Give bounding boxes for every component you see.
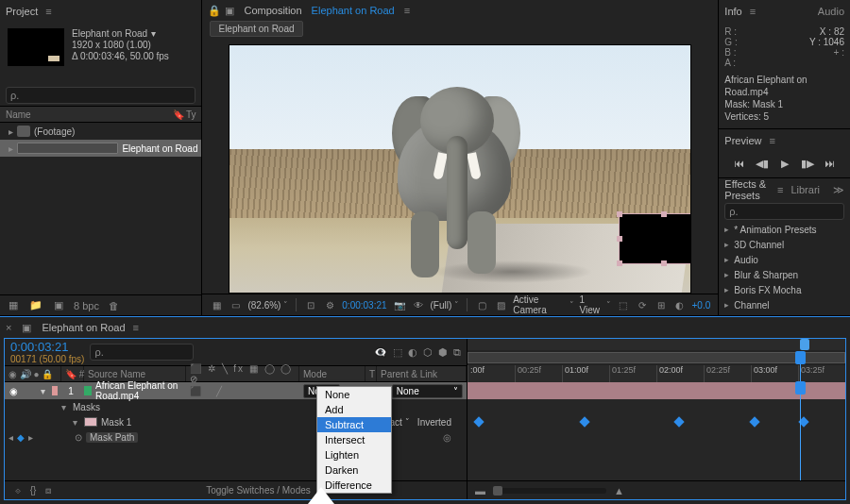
resolution-dropdown[interactable]: (Full) bbox=[431, 300, 460, 311]
trash-icon[interactable]: 🗑 bbox=[107, 298, 122, 313]
views-dropdown[interactable]: 1 View bbox=[580, 294, 611, 315]
expand-icon[interactable]: ⟐ bbox=[10, 483, 26, 498]
effects-search-input[interactable]: ρ. bbox=[724, 203, 844, 220]
libraries-tab[interactable]: Librari bbox=[790, 184, 820, 195]
playhead-line[interactable] bbox=[800, 382, 801, 480]
graph-icon[interactable]: ⬡ bbox=[423, 346, 433, 359]
effects-category[interactable]: ▸3D Channel bbox=[719, 237, 850, 252]
info-tab[interactable]: Info bbox=[724, 6, 741, 17]
twirl-icon[interactable]: ▾ bbox=[73, 417, 84, 428]
layer-duration-bar[interactable] bbox=[468, 382, 845, 399]
kf-next-icon[interactable]: ▸ bbox=[28, 432, 33, 443]
zoom-out-icon[interactable]: ▬ bbox=[475, 485, 485, 496]
lock-icon[interactable]: 🔒 bbox=[208, 5, 221, 17]
mask-path-row[interactable]: ◂◆▸ ⊙ Mask Path ◎ bbox=[5, 429, 467, 445]
frame-blend-icon[interactable]: ⬚ bbox=[393, 346, 402, 359]
mask-mode-menu[interactable]: NoneAddSubtractIntersectLightenDarkenDif… bbox=[316, 386, 392, 494]
twirl-icon[interactable]: ▸ bbox=[4, 126, 17, 137]
panel-menu-icon[interactable]: ≡ bbox=[404, 5, 410, 16]
speaker-col-icon[interactable]: 🔊 bbox=[20, 369, 31, 379]
label-swatch-icon[interactable]: 🔖 bbox=[171, 107, 186, 122]
effects-tab[interactable]: Effects & Presets bbox=[724, 178, 770, 201]
work-area-bar[interactable] bbox=[468, 352, 845, 363]
prev-frame-button[interactable]: ◀▮ bbox=[755, 158, 770, 170]
mask-path-property[interactable]: Mask Path bbox=[86, 432, 138, 443]
eye-toggle[interactable]: ◉ bbox=[5, 382, 22, 399]
twirl-icon[interactable]: ▸ bbox=[4, 143, 17, 154]
label-color[interactable] bbox=[52, 386, 58, 395]
composition-viewer[interactable] bbox=[229, 44, 691, 294]
kf-prev-icon[interactable]: ◂ bbox=[8, 432, 13, 443]
mask-mode-option[interactable]: Intersect bbox=[317, 432, 391, 447]
col-name[interactable]: Name bbox=[6, 109, 31, 120]
effects-category[interactable]: ▸Audio bbox=[719, 252, 850, 267]
last-frame-button[interactable]: ⏭ bbox=[823, 158, 838, 170]
overflow-icon[interactable]: ≫ bbox=[833, 184, 844, 196]
timeline-search-input[interactable]: ρ. bbox=[90, 344, 194, 361]
preview-tab[interactable]: Preview bbox=[724, 135, 761, 146]
time-ruler[interactable]: :00f00:25f01:00f01:25f02:00f02:25f03:00f… bbox=[468, 339, 845, 382]
effects-category[interactable]: ▸* Animation Presets bbox=[719, 222, 850, 237]
mask-shape[interactable] bbox=[619, 213, 691, 264]
mask-vis-icon[interactable]: ▭ bbox=[229, 297, 242, 312]
effects-category[interactable]: ▸Channel bbox=[719, 297, 850, 312]
masks-group[interactable]: ▾ Masks bbox=[5, 399, 467, 414]
keyframe[interactable] bbox=[749, 416, 759, 427]
exposure-reset-icon[interactable]: ◐ bbox=[673, 297, 687, 312]
3d-icon[interactable]: ⬚ bbox=[617, 297, 630, 312]
expression-pickwhip-icon[interactable]: ◎ bbox=[443, 432, 451, 443]
toggle-switches-button[interactable]: Toggle Switches / Modes bbox=[206, 485, 311, 496]
eye-col-icon[interactable]: ◉ bbox=[8, 369, 17, 379]
shy-icon[interactable]: 👁‍🗨 bbox=[374, 346, 387, 359]
mask-color-swatch[interactable] bbox=[84, 417, 97, 427]
show-snapshot-icon[interactable]: 👁 bbox=[412, 297, 425, 312]
timeline-tab[interactable]: Elephant on Road bbox=[42, 322, 125, 333]
zoom-slider[interactable] bbox=[493, 488, 606, 494]
exposure-value[interactable]: +0.0 bbox=[692, 300, 711, 311]
panel-menu-icon[interactable]: ≡ bbox=[769, 135, 774, 146]
frame-blend-all-icon[interactable]: ⧈ bbox=[41, 483, 56, 498]
effects-category[interactable]: ▸Blur & Sharpen bbox=[719, 267, 850, 282]
zoom-dropdown[interactable]: (82.6%) bbox=[247, 300, 288, 311]
kf-add-icon[interactable]: ◆ bbox=[17, 432, 25, 443]
track-area[interactable] bbox=[468, 382, 845, 480]
layer-row[interactable]: ◉ ▾ 1 African Elephant on Road.mp4 ⬛ ╱ N… bbox=[5, 382, 467, 399]
render-icon[interactable]: ⟳ bbox=[636, 297, 649, 312]
draft3d-icon[interactable]: ⬢ bbox=[438, 346, 448, 359]
first-frame-button[interactable]: ⏮ bbox=[732, 158, 747, 170]
mask-row[interactable]: ▾ Mask 1 Subtract Inverted bbox=[5, 414, 467, 429]
switches-icon[interactable]: ⧉ bbox=[453, 346, 461, 359]
panel-menu-icon[interactable]: ≡ bbox=[45, 6, 51, 17]
project-thumbnail[interactable] bbox=[8, 28, 64, 66]
panel-menu-icon[interactable]: ≡ bbox=[750, 6, 756, 17]
zoom-in-icon[interactable]: ▲ bbox=[614, 485, 624, 496]
guide-icon[interactable]: ⊞ bbox=[654, 297, 668, 312]
new-comp-icon[interactable]: ▣ bbox=[51, 298, 66, 313]
mask-mode-option[interactable]: Subtract bbox=[317, 417, 391, 432]
playhead[interactable] bbox=[800, 352, 801, 381]
twirl-icon[interactable]: ▾ bbox=[37, 382, 48, 399]
snapshot-icon[interactable]: 📷 bbox=[393, 297, 406, 312]
target-icon[interactable]: ▣ bbox=[225, 5, 234, 17]
resolution-icon[interactable]: ⊡ bbox=[304, 297, 317, 312]
new-folder-icon[interactable]: 📁 bbox=[28, 298, 43, 313]
parent-dropdown[interactable]: None˅ bbox=[392, 384, 463, 398]
bpc-toggle[interactable]: 8 bpc bbox=[74, 300, 99, 311]
panel-menu-icon[interactable]: ≡ bbox=[133, 322, 139, 333]
twirl-icon[interactable]: ▾ bbox=[61, 402, 73, 412]
effects-category[interactable]: ▸CINEMA 4D bbox=[719, 312, 850, 315]
interpret-icon[interactable]: ▦ bbox=[6, 298, 21, 313]
stopwatch-icon[interactable]: ⊙ bbox=[75, 432, 82, 443]
col-mode[interactable]: Mode bbox=[299, 366, 366, 381]
panel-menu-icon[interactable]: ≡ bbox=[777, 184, 783, 195]
project-row-footage[interactable]: ▸ (Footage) bbox=[0, 123, 201, 140]
mask-inverted-label[interactable]: Inverted bbox=[417, 417, 451, 428]
mask-mode-option[interactable]: Lighten bbox=[317, 447, 391, 462]
col-type[interactable]: Ty bbox=[186, 109, 196, 120]
next-frame-button[interactable]: ▮▶ bbox=[800, 158, 815, 170]
brace-icon[interactable]: {} bbox=[26, 483, 41, 498]
project-row-comp[interactable]: ▸ Elephant on Road bbox=[0, 140, 201, 157]
roi-icon[interactable]: ▢ bbox=[475, 297, 488, 312]
layer-switches[interactable]: ⬛ ╱ bbox=[186, 382, 299, 399]
close-icon[interactable]: × bbox=[6, 322, 11, 333]
